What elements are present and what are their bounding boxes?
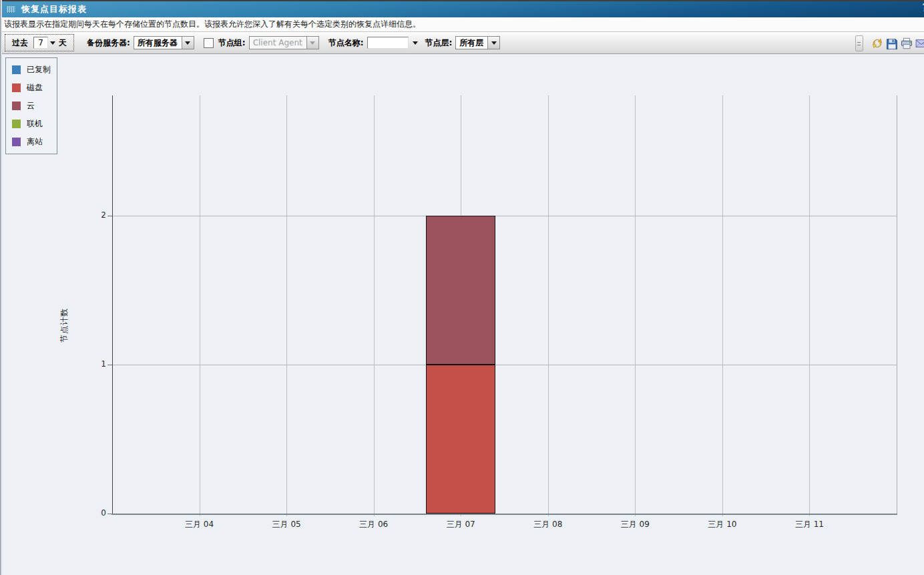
past-label: 过去 xyxy=(12,37,28,49)
x-gridline xyxy=(809,95,810,516)
y-axis-tick-label: 0 xyxy=(90,508,106,518)
y-tick-mark xyxy=(107,365,112,365)
stacked-bar-chart: 三月 04三月 05三月 06三月 07三月 08三月 09三月 10三月 11… xyxy=(0,54,924,575)
y-axis-tick-label: 2 xyxy=(90,210,106,220)
refresh-icon[interactable] xyxy=(871,37,883,49)
legend-label: 联机 xyxy=(27,118,43,130)
legend-label: 云 xyxy=(27,100,35,112)
node-name-input[interactable] xyxy=(367,37,409,49)
print-icon[interactable] xyxy=(901,37,913,49)
node-tier-value: 所有层 xyxy=(456,37,487,49)
x-gridline xyxy=(548,95,549,516)
chevron-down-icon xyxy=(182,37,194,49)
x-axis-label: 三月 06 xyxy=(344,519,404,530)
y-tick-mark xyxy=(107,216,112,216)
chart-legend: 已复制磁盘云联机离站 xyxy=(5,57,57,154)
x-axis-label: 三月 09 xyxy=(605,519,665,530)
node-group-checkbox[interactable] xyxy=(204,38,214,48)
legend-swatch-icon xyxy=(12,65,21,74)
node-name-dropdown-arrow-icon[interactable] xyxy=(413,41,418,45)
x-gridline xyxy=(374,95,375,516)
legend-swatch-icon xyxy=(12,120,21,128)
legend-swatch-icon xyxy=(12,138,21,146)
plot-right-border xyxy=(897,95,897,514)
legend-item: 磁盘 xyxy=(12,82,51,93)
legend-label: 离站 xyxy=(27,136,43,148)
x-gridline xyxy=(635,95,636,516)
y-axis-tick-label: 1 xyxy=(90,359,106,369)
page-title: 恢复点目标报表 xyxy=(21,3,87,15)
backup-server-label: 备份服务器: xyxy=(87,37,130,49)
legend-swatch-icon xyxy=(12,102,21,110)
bar-segment[interactable] xyxy=(426,365,495,514)
x-axis-label: 三月 05 xyxy=(256,519,316,530)
chart-region: 已复制磁盘云联机离站 三月 04三月 05三月 06三月 07三月 08三月 0… xyxy=(0,54,924,575)
x-axis-line xyxy=(111,514,897,515)
window-left-border xyxy=(0,0,3,575)
node-tier-select[interactable]: 所有层 xyxy=(455,36,500,49)
legend-item: 云 xyxy=(12,100,51,112)
y-gridline xyxy=(112,216,897,216)
legend-item: 联机 xyxy=(12,118,51,130)
node-group-value: Client Agent xyxy=(250,37,306,49)
x-axis-label: 三月 04 xyxy=(170,519,230,530)
past-days-value[interactable]: 7 xyxy=(33,37,48,49)
x-gridline xyxy=(722,95,723,516)
node-group-label: 节点组: xyxy=(218,37,246,49)
x-gridline xyxy=(286,95,287,516)
panel-collapse-handle[interactable] xyxy=(855,35,863,51)
report-title-bar: 恢复点目标报表 ? xyxy=(0,0,924,17)
x-axis-label: 三月 11 xyxy=(779,519,839,530)
legend-label: 磁盘 xyxy=(27,82,43,93)
email-icon[interactable] xyxy=(915,37,924,49)
days-label: 天 xyxy=(59,37,67,49)
backup-server-select[interactable]: 所有服务器 xyxy=(134,36,194,49)
legend-label: 已复制 xyxy=(27,64,51,75)
legend-item: 离站 xyxy=(12,136,51,148)
x-axis-label: 三月 08 xyxy=(518,519,578,530)
x-gridline xyxy=(200,95,200,516)
toolbar-actions xyxy=(855,32,924,54)
backup-server-value: 所有服务器 xyxy=(134,37,182,49)
chevron-down-icon xyxy=(487,37,499,49)
bar-segment[interactable] xyxy=(426,216,495,365)
y-axis-title: 节点计数 xyxy=(59,308,70,343)
legend-item: 已复制 xyxy=(12,64,51,75)
save-icon[interactable] xyxy=(886,37,898,49)
chevron-down-icon xyxy=(306,37,318,49)
y-axis-line xyxy=(112,95,113,514)
y-gridline xyxy=(112,365,897,365)
report-window: 恢复点目标报表 ? 该报表显示在指定期间每天在每个存储位置的节点数目。该报表允许… xyxy=(0,0,924,575)
x-axis-label: 三月 07 xyxy=(431,519,491,530)
x-axis-label: 三月 10 xyxy=(692,519,752,530)
grid-handle-icon xyxy=(7,6,15,13)
node-name-label: 节点名称: xyxy=(328,37,364,49)
node-group-select: Client Agent xyxy=(249,36,319,49)
node-tier-label: 节点层: xyxy=(425,37,453,49)
past-days-dropdown-arrow-icon[interactable] xyxy=(50,41,55,45)
report-description-bar: 该报表显示在指定期间每天在每个存储位置的节点数目。该报表允许您深入了解有关每个选… xyxy=(0,17,924,32)
legend-swatch-icon xyxy=(12,83,21,92)
past-days-group: 过去 7 天 xyxy=(5,34,74,51)
filter-toolbar: 过去 7 天 备份服务器: 所有服务器 节点组: Client Agent 节点… xyxy=(0,32,924,54)
report-description: 该报表显示在指定期间每天在每个存储位置的节点数目。该报表允许您深入了解有关每个选… xyxy=(4,19,421,30)
